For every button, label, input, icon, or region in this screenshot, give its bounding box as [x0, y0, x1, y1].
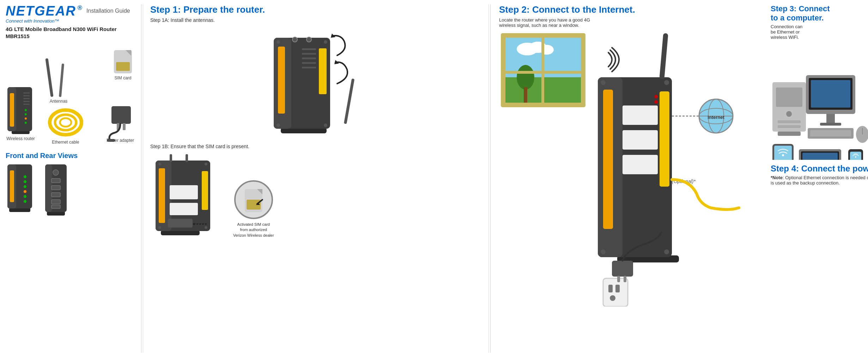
svg-rect-39: [51, 178, 60, 183]
svg-rect-131: [826, 114, 835, 123]
svg-point-105: [601, 249, 606, 254]
power-adapter-label: Power adapter: [107, 138, 134, 143]
wireless-router-label: Wireless router: [6, 136, 35, 141]
page: NETGEAR ® Installation Guide Connect wit…: [0, 0, 868, 357]
router-illustration: [6, 85, 36, 135]
wireless-router-component: Wireless router: [6, 85, 36, 141]
svg-rect-100: [623, 155, 658, 174]
svg-point-56: [277, 123, 280, 127]
ethernet-cable-component: Ethernet cable: [46, 107, 85, 145]
svg-rect-123: [776, 87, 802, 107]
step1a-label: Step 1A: Install the antennas.: [150, 17, 481, 23]
svg-rect-5: [23, 95, 30, 96]
steps3-4-panel: Step 3: Connect to a computer. Connectio…: [771, 4, 868, 353]
svg-rect-14: [59, 63, 64, 97]
guide-label: Installation Guide: [86, 8, 130, 14]
svg-rect-97: [660, 91, 669, 187]
svg-rect-69: [170, 203, 198, 215]
svg-point-59: [306, 37, 311, 42]
svg-point-70: [158, 163, 161, 165]
svg-point-103: [601, 80, 606, 85]
devices-svg: [771, 47, 868, 160]
svg-rect-43: [51, 205, 60, 208]
svg-rect-99: [623, 130, 658, 150]
step1a-illustration: [150, 27, 481, 137]
svg-rect-17: [116, 62, 130, 71]
svg-rect-4: [23, 92, 30, 93]
components-area: Wireless router Antennas SI: [6, 42, 136, 152]
svg-rect-37: [45, 164, 52, 212]
right-main-scene: Step 2: Connect to the Internet. Locate …: [499, 4, 764, 353]
svg-rect-23: [123, 123, 126, 130]
svg-point-139: [782, 154, 784, 156]
ethernet-cable-label: Ethernet cable: [52, 140, 79, 145]
svg-point-102: [654, 100, 658, 104]
svg-rect-28: [10, 170, 14, 202]
front-rear-title: Front and Rear Views: [6, 152, 136, 160]
step1a-svg: [267, 27, 365, 137]
svg-point-71: [205, 163, 207, 165]
product-title: 4G LTE Mobile Broadband N300 WiFi Router…: [6, 26, 136, 40]
svg-rect-68: [170, 185, 198, 199]
front-view: [6, 163, 34, 251]
svg-point-89: [517, 65, 534, 90]
svg-rect-116: [608, 285, 613, 292]
antennas-label: Antennas: [50, 99, 68, 104]
svg-point-72: [158, 226, 161, 229]
svg-rect-51: [302, 58, 316, 59]
svg-rect-119: [612, 261, 633, 277]
main-scene-svg: Internet (Optional)*: [499, 31, 764, 307]
svg-point-118: [610, 295, 615, 301]
front-rear-views-area: [6, 163, 136, 251]
svg-rect-132: [820, 123, 841, 126]
reg-symbol: ®: [78, 4, 82, 12]
svg-rect-130: [811, 80, 850, 108]
svg-point-34: [24, 200, 26, 203]
step1b-label: Step 1B: Ensure that the SIM card is pre…: [150, 144, 481, 149]
sim-illustration: [113, 49, 133, 74]
svg-rect-62: [344, 78, 354, 124]
svg-point-9: [25, 109, 27, 111]
svg-point-12: [25, 122, 27, 124]
right-column: Step 2: Connect to the Internet. Locate …: [492, 4, 862, 353]
svg-rect-49: [302, 48, 316, 50]
svg-rect-66: [159, 168, 165, 223]
step3-title: Step 3: Connect to a computer.: [771, 4, 868, 23]
svg-rect-92: [541, 38, 544, 103]
middle-column: Step 1: Prepare the router. Step 1A: Ins…: [143, 4, 489, 353]
svg-rect-120: [617, 276, 620, 282]
svg-point-32: [24, 190, 26, 193]
svg-point-38: [53, 170, 59, 175]
svg-point-124: [786, 111, 792, 117]
svg-rect-8: [23, 104, 30, 105]
sim-card-component: SIM card: [113, 49, 133, 80]
step4-note: *Note: Optional Ethernet connection is n…: [771, 175, 868, 186]
svg-point-101: [654, 95, 658, 98]
svg-rect-96: [603, 90, 613, 229]
svg-rect-50: [302, 53, 316, 55]
divider-left: [141, 4, 141, 353]
ethernet-illustration: [46, 107, 85, 138]
step1-title: Step 1: Prepare the router.: [150, 4, 481, 15]
svg-point-10: [25, 113, 27, 115]
svg-point-73: [205, 226, 207, 229]
svg-point-57: [324, 123, 327, 127]
svg-rect-74: [170, 154, 172, 162]
svg-rect-76: [168, 219, 193, 228]
svg-point-58: [292, 37, 297, 42]
logo-area: NETGEAR ® Installation Guide: [6, 4, 136, 18]
rear-view-illustration: [44, 163, 67, 251]
svg-rect-63: [161, 230, 200, 235]
svg-rect-42: [51, 200, 60, 204]
power-adapter-component: Power adapter: [104, 104, 136, 143]
svg-rect-98: [623, 105, 658, 125]
sim-card-label: SIM card: [114, 75, 131, 80]
svg-rect-138: [774, 146, 792, 160]
svg-point-54: [277, 40, 280, 44]
svg-rect-90: [524, 87, 527, 103]
svg-rect-115: [603, 278, 628, 307]
svg-rect-6: [23, 98, 30, 99]
svg-rect-134: [810, 130, 851, 137]
svg-text:Internet: Internet: [708, 115, 724, 120]
brand-name: NETGEAR: [6, 4, 76, 18]
